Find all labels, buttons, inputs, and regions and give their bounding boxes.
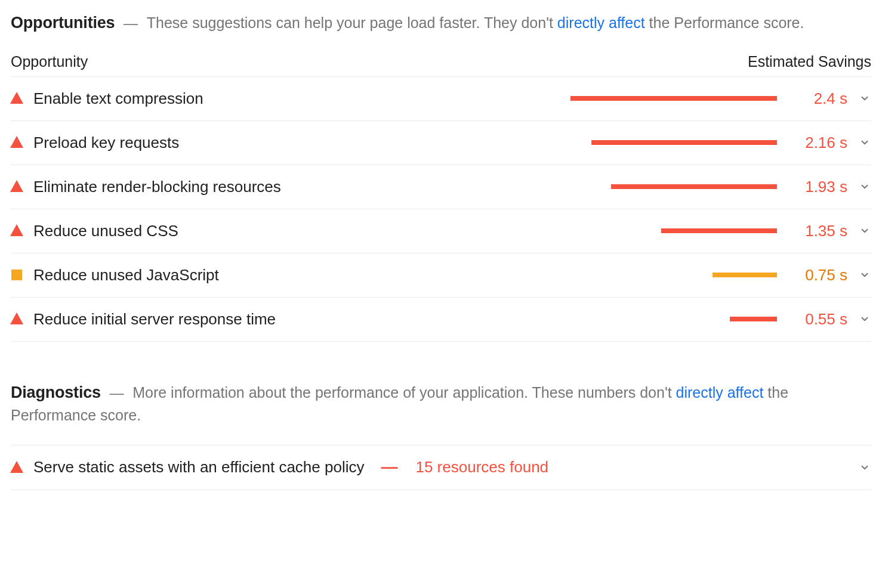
chevron-down-icon[interactable]	[858, 181, 871, 192]
opportunity-row[interactable]: Reduce unused CSS1.35 s	[11, 209, 871, 253]
column-estimated-savings: Estimated Savings	[748, 53, 871, 70]
chevron-down-icon[interactable]	[858, 93, 871, 104]
diagnostic-row[interactable]: Serve static assets with an efficient ca…	[11, 445, 871, 490]
savings-bar	[562, 140, 777, 145]
chevron-down-icon[interactable]	[858, 462, 871, 473]
warning-square-icon	[11, 269, 23, 281]
opportunities-description: These suggestions can help your page loa…	[147, 14, 804, 31]
opportunity-label: Reduce unused JavaScript	[33, 266, 219, 284]
opportunity-row[interactable]: Preload key requests2.16 s	[11, 121, 871, 165]
opportunity-row[interactable]: Eliminate render-blocking resources1.93 …	[11, 165, 871, 209]
savings-value: 2.16 s	[788, 134, 847, 152]
savings-bar	[562, 96, 777, 101]
chevron-down-icon[interactable]	[858, 137, 871, 148]
opportunity-label: Reduce initial server response time	[33, 310, 276, 329]
savings-value: 1.93 s	[788, 178, 847, 196]
desc-text: These suggestions can help your page loa…	[147, 14, 557, 31]
savings-value: 1.35 s	[788, 222, 847, 240]
diagnostic-separator: —	[381, 457, 397, 476]
diagnostic-label: Serve static assets with an efficient ca…	[33, 458, 364, 476]
opportunity-label: Reduce unused CSS	[33, 222, 178, 240]
savings-bar	[562, 228, 777, 233]
savings-value: 2.4 s	[788, 89, 847, 108]
desc-text: More information about the performance o…	[132, 384, 676, 401]
fail-triangle-icon	[11, 181, 23, 193]
diagnostics-list: Serve static assets with an efficient ca…	[11, 445, 871, 490]
fail-triangle-icon	[11, 137, 23, 148]
fail-triangle-icon	[11, 225, 23, 237]
fail-triangle-icon	[11, 462, 23, 474]
opportunity-row[interactable]: Enable text compression2.4 s	[11, 77, 871, 121]
fail-triangle-icon	[11, 313, 23, 325]
directly-affect-link[interactable]: directly affect	[676, 384, 764, 401]
diagnostic-extra: 15 resources found	[415, 458, 548, 476]
column-opportunity: Opportunity	[11, 53, 88, 70]
savings-bar	[562, 273, 777, 277]
savings-bar	[562, 184, 777, 189]
opportunities-header: Opportunities — These suggestions can he…	[11, 11, 871, 35]
separator-dash: —	[110, 385, 124, 401]
chevron-down-icon[interactable]	[858, 270, 871, 280]
chevron-down-icon[interactable]	[858, 225, 871, 236]
separator-dash: —	[124, 15, 138, 31]
opportunity-label: Eliminate render-blocking resources	[33, 178, 281, 196]
opportunities-list: Enable text compression2.4 sPreload key …	[11, 77, 871, 342]
fail-triangle-icon	[11, 92, 23, 104]
directly-affect-link[interactable]: directly affect	[557, 14, 645, 31]
savings-value: 0.75 s	[788, 266, 847, 284]
diagnostics-title: Diagnostics	[11, 383, 101, 401]
chevron-down-icon[interactable]	[858, 314, 871, 324]
opportunity-label: Preload key requests	[33, 134, 179, 152]
opportunity-row[interactable]: Reduce initial server response time0.55 …	[11, 298, 871, 342]
savings-value: 0.55 s	[788, 310, 847, 329]
opportunity-row[interactable]: Reduce unused JavaScript0.75 s	[11, 253, 871, 298]
opportunities-title: Opportunities	[11, 14, 115, 32]
diagnostics-description: More information about the performance o…	[11, 384, 788, 424]
opportunity-label: Enable text compression	[33, 89, 203, 108]
desc-text: the Performance score.	[645, 14, 804, 31]
opportunities-table-header: Opportunity Estimated Savings	[11, 53, 871, 77]
diagnostics-header: Diagnostics — More information about the…	[11, 380, 871, 427]
savings-bar	[562, 317, 777, 321]
